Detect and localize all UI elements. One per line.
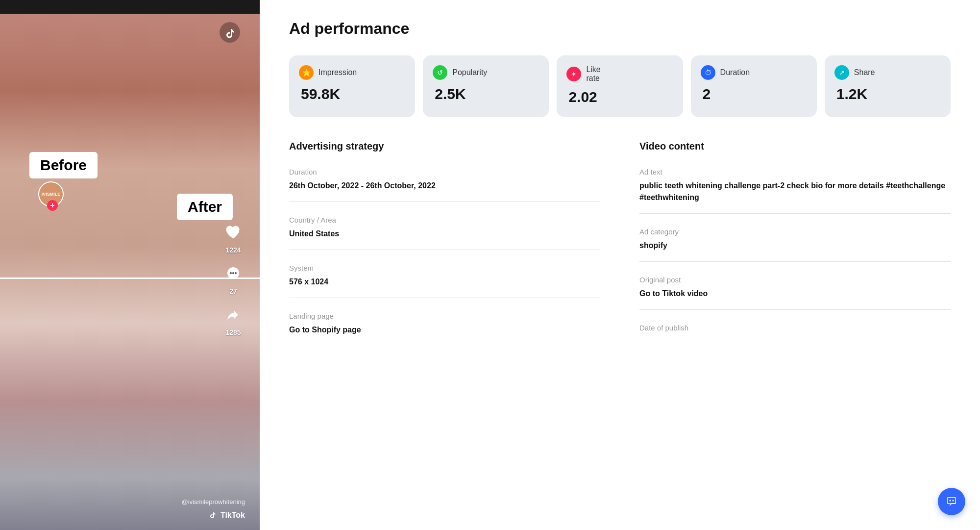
landing-page-label: Landing page xyxy=(289,312,600,320)
like-rate-label: Likerate xyxy=(586,65,600,83)
duration-icon: ⏱ xyxy=(701,65,715,80)
comment-count: 27 xyxy=(229,287,237,295)
after-label: After xyxy=(177,194,233,220)
ad-category-value: shopify xyxy=(639,240,951,252)
svg-point-3 xyxy=(232,272,234,274)
video-content: Before After IVISMILE + 1224 xyxy=(0,0,260,530)
advertising-strategy-title: Advertising strategy xyxy=(289,141,600,152)
divider xyxy=(0,14,260,279)
top-bar xyxy=(0,0,260,14)
share-count: 1285 xyxy=(225,328,241,336)
video-content-section: Video content Ad text public teeth white… xyxy=(639,141,951,359)
page-title: Ad performance xyxy=(289,20,951,38)
duration-label: Duration xyxy=(720,68,750,77)
metrics-row: ⭐ Impression 59.8K ↺ Popularity 2.5K ✦ L… xyxy=(289,55,951,117)
impression-value: 59.8K xyxy=(299,86,405,102)
chat-button[interactable] xyxy=(938,488,965,515)
tiktok-watermark: TikTok xyxy=(208,510,245,520)
svg-point-5 xyxy=(950,500,951,502)
share-action[interactable]: 1285 xyxy=(221,303,245,336)
content-grid: Advertising strategy Duration 26th Octob… xyxy=(289,141,951,359)
duration-field-label: Duration xyxy=(289,168,600,176)
like-rate-value: 2.02 xyxy=(566,89,673,105)
country-field-label: Country / Area xyxy=(289,216,600,224)
duration-field: Duration 26th October, 2022 - 26th Octob… xyxy=(289,168,600,202)
ad-text-value: public teeth whitening challenge part-2 … xyxy=(639,180,951,203)
svg-point-4 xyxy=(235,272,237,274)
like-action[interactable]: 1224 xyxy=(221,221,245,254)
like-count: 1224 xyxy=(225,246,241,254)
comment-action[interactable]: 27 xyxy=(221,262,245,295)
original-post-link[interactable]: Go to Tiktok video xyxy=(639,288,951,300)
username: @ivismileprowhitening xyxy=(181,498,245,505)
country-field-value: United States xyxy=(289,228,600,240)
landing-page-link[interactable]: Go to Shopify page xyxy=(289,324,600,336)
metric-card-popularity: ↺ Popularity 2.5K xyxy=(423,55,549,117)
metric-card-share: ↗ Share 1.2K xyxy=(825,55,951,117)
duration-value: 2 xyxy=(701,86,807,102)
advertising-strategy-section: Advertising strategy Duration 26th Octob… xyxy=(289,141,600,359)
ad-category-label: Ad category xyxy=(639,227,951,236)
impression-label: Impression xyxy=(318,68,357,77)
share-value: 1.2K xyxy=(834,86,941,102)
system-field-value: 576 x 1024 xyxy=(289,276,600,288)
country-field: Country / Area United States xyxy=(289,216,600,250)
date-publish-label: Date of publish xyxy=(639,324,951,332)
follow-button[interactable]: + xyxy=(47,200,58,211)
metric-card-duration: ⏱ Duration 2 xyxy=(691,55,817,117)
original-post-field: Original post Go to Tiktok video xyxy=(639,276,951,310)
original-post-label: Original post xyxy=(639,276,951,284)
ad-text-label: Ad text xyxy=(639,168,951,176)
impression-icon: ⭐ xyxy=(299,65,314,80)
duration-field-value: 26th October, 2022 - 26th October, 2022 xyxy=(289,180,600,192)
popularity-value: 2.5K xyxy=(433,86,539,102)
tiktok-logo xyxy=(220,22,240,45)
svg-point-6 xyxy=(953,500,954,502)
share-icon: ↗ xyxy=(834,65,849,80)
popularity-icon: ↺ xyxy=(433,65,447,80)
video-content-title: Video content xyxy=(639,141,951,152)
svg-point-2 xyxy=(230,272,232,274)
ad-category-field: Ad category shopify xyxy=(639,227,951,262)
date-publish-field: Date of publish xyxy=(639,324,951,346)
share-label: Share xyxy=(854,68,875,77)
watermark-bar: TikTok xyxy=(0,510,260,520)
system-field-label: System xyxy=(289,264,600,272)
like-rate-icon: ✦ xyxy=(566,67,581,81)
metric-card-like-rate: ✦ Likerate 2.02 xyxy=(557,55,683,117)
before-label: Before xyxy=(29,152,98,178)
ad-text-field: Ad text public teeth whitening challenge… xyxy=(639,168,951,214)
popularity-label: Popularity xyxy=(452,68,487,77)
side-actions: 1224 27 128 xyxy=(221,221,245,336)
video-panel: Before After IVISMILE + 1224 xyxy=(0,0,260,530)
metric-card-impression: ⭐ Impression 59.8K xyxy=(289,55,415,117)
ad-performance-panel: Ad performance ⭐ Impression 59.8K ↺ Popu… xyxy=(260,0,980,530)
landing-page-field: Landing page Go to Shopify page xyxy=(289,312,600,346)
system-field: System 576 x 1024 xyxy=(289,264,600,298)
